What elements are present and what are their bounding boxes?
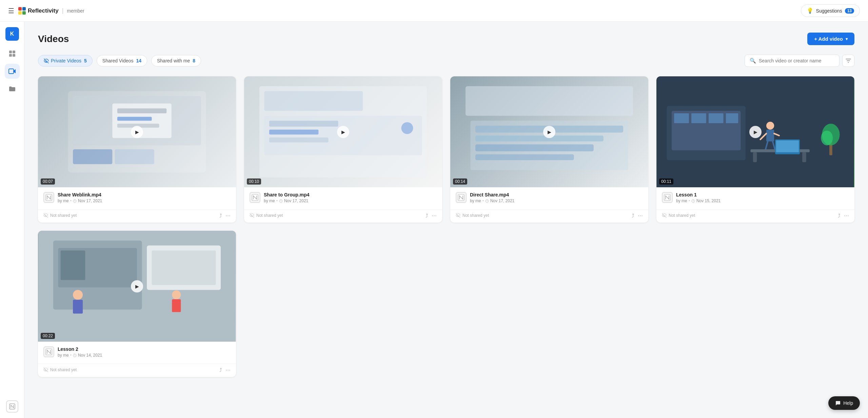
- creator-avatar-3: [456, 192, 467, 203]
- sidebar-item-folders[interactable]: [5, 81, 20, 96]
- folders-icon: [8, 85, 16, 93]
- suggestions-count: 13: [845, 8, 854, 14]
- help-button[interactable]: Help: [828, 396, 860, 410]
- video-thumbnail-1[interactable]: ▶ 00:07: [38, 76, 236, 187]
- video-date-3: Nov 17, 2021: [490, 198, 514, 203]
- video-card-4: ▶ 00:11 Lesson 1: [656, 76, 854, 223]
- svg-point-60: [73, 290, 83, 300]
- share-icon-4[interactable]: ⤴: [838, 213, 841, 218]
- play-button-3[interactable]: ▶: [543, 126, 555, 138]
- suggestions-button[interactable]: 💡 Suggestions 13: [801, 4, 860, 17]
- svg-rect-30: [475, 154, 574, 160]
- play-button-4[interactable]: ▶: [749, 126, 762, 138]
- svg-rect-9: [117, 108, 166, 113]
- video-title-4: Lesson 1: [676, 192, 849, 197]
- hamburger-icon[interactable]: ☰: [8, 7, 14, 15]
- video-title-5: Lesson 2: [58, 346, 231, 352]
- sidebar-bottom: [6, 400, 18, 413]
- video-sub-3: by me • Nov 17, 2021: [470, 198, 643, 203]
- sidebar-logo-small[interactable]: [6, 400, 18, 413]
- bulb-icon: 💡: [807, 7, 813, 14]
- more-icon-2[interactable]: ⋯: [432, 212, 437, 218]
- sidebar-avatar[interactable]: K: [5, 27, 19, 41]
- filter-button[interactable]: [842, 55, 854, 67]
- creator-avatar-1: [43, 192, 54, 203]
- svg-rect-12: [73, 149, 112, 164]
- share-icon-2[interactable]: ⤴: [426, 213, 428, 218]
- tab-private-count: 5: [84, 58, 87, 63]
- tab-private-label: Private Videos: [51, 58, 81, 63]
- eye-off-small-icon-3: [456, 213, 460, 218]
- tab-private-videos[interactable]: Private Videos 5: [38, 55, 93, 66]
- clock-icon-3: [485, 199, 489, 203]
- svg-rect-47: [753, 152, 757, 162]
- video-thumbnail-3[interactable]: ▶ 00:14: [450, 76, 648, 187]
- not-shared-4: Not shared yet: [662, 213, 695, 218]
- svg-rect-29: [475, 145, 594, 151]
- n-logo-icon: [45, 194, 52, 201]
- sidebar-item-dashboard[interactable]: [5, 46, 20, 61]
- page-header: Videos + Add video ▾: [38, 33, 854, 45]
- more-icon-5[interactable]: ⋯: [225, 367, 231, 373]
- play-button-2[interactable]: ▶: [337, 126, 349, 138]
- video-meta-row-3: Direct Share.mp4 by me • Nov 17, 2021: [456, 192, 643, 203]
- video-card: ▶ 00:07 Share Weblink.mp4: [38, 76, 236, 223]
- more-icon-4[interactable]: ⋯: [844, 212, 849, 218]
- n-logo-icon-3: [458, 194, 465, 201]
- video-action-icons-4: ⤴ ⋯: [838, 212, 849, 218]
- not-shared-3: Not shared yet: [456, 213, 489, 218]
- video-creator-4: by me: [676, 198, 687, 203]
- svg-rect-1: [13, 51, 15, 53]
- n-logo-icon-2: [252, 194, 258, 201]
- main-layout: K: [0, 22, 868, 418]
- creator-avatar-4: [662, 192, 673, 203]
- n-icon: [9, 403, 16, 410]
- search-icon: 🔍: [750, 58, 756, 64]
- video-thumbnail-2[interactable]: ▶ 00:10: [244, 76, 442, 187]
- chat-icon: [835, 400, 841, 406]
- video-info-3: Direct Share.mp4 by me • Nov 17, 2021: [450, 187, 648, 207]
- video-duration-3: 00:14: [453, 178, 467, 185]
- search-area: 🔍: [745, 55, 854, 67]
- video-title-2: Share to Group.mp4: [264, 192, 437, 197]
- video-action-icons-5: ⤴ ⋯: [219, 367, 231, 373]
- play-button-1[interactable]: ▶: [131, 126, 143, 138]
- content-area: Videos + Add video ▾ Private Videos 5 Sh…: [24, 22, 868, 418]
- video-date-1: Nov 17, 2021: [78, 198, 102, 203]
- n-logo-icon-4: [664, 194, 671, 201]
- video-title-block-2: Share to Group.mp4 by me • Nov 17, 2021: [264, 192, 437, 203]
- svg-rect-59: [61, 250, 85, 280]
- svg-rect-0: [9, 51, 12, 53]
- video-actions-2: Not shared yet ⤴ ⋯: [244, 209, 442, 223]
- tab-shared-with-me[interactable]: Shared with me 8: [151, 55, 201, 66]
- video-card-5: ▶ 00:22 Lesson 2: [38, 231, 236, 377]
- filter-icon: [846, 58, 851, 63]
- creator-avatar-5: [43, 346, 54, 357]
- video-date-4: Nov 15, 2021: [696, 198, 721, 203]
- svg-rect-4: [9, 69, 14, 74]
- play-button-5[interactable]: ▶: [131, 280, 143, 292]
- more-icon-1[interactable]: ⋯: [225, 212, 231, 218]
- video-creator-1: by me: [58, 198, 69, 203]
- svg-rect-10: [117, 117, 152, 121]
- svg-rect-37: [691, 113, 706, 123]
- video-thumbnail-5[interactable]: ▶ 00:22: [38, 231, 236, 342]
- logo-sq-blue: [22, 7, 26, 11]
- share-icon-3[interactable]: ⤴: [632, 213, 634, 218]
- video-duration-4: 00:11: [659, 178, 673, 185]
- search-input[interactable]: [759, 58, 834, 63]
- video-info-2: Share to Group.mp4 by me • Nov 17, 2021: [244, 187, 442, 207]
- video-thumbnail-4[interactable]: ▶ 00:11: [656, 76, 854, 187]
- eye-off-small-icon-5: [43, 367, 48, 372]
- eye-off-icon: [44, 58, 49, 63]
- video-date-2: Nov 17, 2021: [284, 198, 308, 203]
- sidebar-item-videos[interactable]: [5, 64, 20, 79]
- video-duration-5: 00:22: [41, 333, 55, 339]
- tab-shared-videos[interactable]: Shared Videos 14: [97, 55, 147, 66]
- video-card-2: ▶ 00:10 Share to Group.mp4: [244, 76, 442, 223]
- share-icon-1[interactable]: ⤴: [219, 213, 222, 218]
- tab-shared-count: 14: [136, 58, 141, 63]
- share-icon-5[interactable]: ⤴: [219, 367, 222, 373]
- add-video-button[interactable]: + Add video ▾: [807, 33, 854, 45]
- more-icon-3[interactable]: ⋯: [638, 212, 643, 218]
